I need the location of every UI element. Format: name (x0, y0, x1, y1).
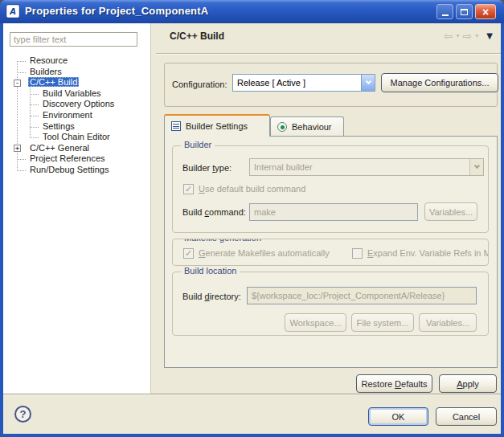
builder-type-value: Internal builder (250, 162, 469, 172)
tree-item-run-debug-settings[interactable]: Run/Debug Settings (3, 165, 151, 176)
build-directory-label: Build directory: (182, 292, 241, 301)
view-menu-icon[interactable]: ▼ (486, 32, 493, 40)
back-dropdown-icon[interactable]: ▾ (457, 33, 460, 39)
builder-settings-panel: Builder Builder type: Internal builder ✓… (164, 136, 498, 368)
tree-item-build-variables[interactable]: Build Variables (3, 88, 151, 100)
makefile-generation-group: Makefile generation ✓ Generate Makefiles… (172, 239, 489, 266)
makefile-generation-legend: Makefile generation (181, 239, 264, 243)
tab-behaviour-label: Behaviour (292, 122, 332, 132)
dialog-body: Resource Builders -C/C++ Build Build Var… (3, 23, 501, 434)
forward-icon[interactable]: ⇨ (463, 31, 473, 42)
chevron-down-icon[interactable] (361, 75, 375, 91)
configuration-selected-value: Release [ Active ] (233, 78, 361, 88)
tree-item-resource[interactable]: Resource (3, 55, 151, 67)
manage-configurations-button[interactable]: Manage Configurations... (381, 73, 498, 92)
workspace-button: Workspace... (285, 313, 346, 332)
tree-item-cpp-general[interactable]: +C/C++ General (3, 143, 151, 154)
builder-type-label: Builder type: (182, 163, 232, 173)
tree-item-cpp-build[interactable]: -C/C++ Build (3, 77, 151, 88)
minimize-button[interactable] (436, 4, 453, 19)
variables-button: Variables... (419, 313, 477, 332)
tree-item-tool-chain-editor[interactable]: Tool Chain Editor (3, 132, 151, 143)
close-icon: × (482, 6, 489, 18)
page-title: C/C++ Build (170, 31, 224, 42)
titlebar[interactable]: A Properties for Project_ComponentA × (0, 0, 504, 23)
variables-button: Variables... (424, 202, 477, 221)
footer-bar: ? OK Cancel (3, 394, 501, 434)
expand-env-refs-label: Expand Env. Variable Refs in M (367, 248, 489, 258)
list-icon (171, 121, 181, 131)
maximize-button[interactable] (456, 4, 473, 19)
configuration-group: Configuration: Release [ Active ] Manage… (164, 63, 498, 107)
cancel-button[interactable]: Cancel (436, 407, 497, 426)
tree-item-environment[interactable]: Environment (3, 110, 151, 121)
ok-button[interactable]: OK (368, 407, 428, 426)
build-command-field: make (249, 203, 418, 221)
use-default-build-command-checkbox: ✓ (183, 184, 194, 194)
radio-target-icon (277, 122, 287, 132)
collapse-icon[interactable]: - (14, 80, 21, 87)
sidebar: Resource Builders -C/C++ Build Build Var… (3, 23, 151, 394)
restore-defaults-button[interactable]: Restore Defaults (356, 374, 432, 393)
generate-makefiles-checkbox: ✓ (183, 248, 194, 259)
tree-item-builders[interactable]: Builders (3, 67, 151, 78)
builder-type-select: Internal builder (249, 158, 484, 176)
build-location-legend: Build location (181, 266, 240, 276)
tab-builder-settings-label: Builder Settings (186, 121, 248, 131)
tab-behaviour[interactable]: Behaviour (270, 116, 344, 137)
build-location-group: Build location Build directory: ${worksp… (172, 272, 489, 336)
properties-tree: Resource Builders -C/C++ Build Build Var… (3, 55, 151, 176)
expand-icon[interactable]: + (14, 145, 21, 152)
header-separator (156, 53, 501, 55)
tree-item-discovery-options[interactable]: Discovery Options (3, 99, 151, 110)
use-default-build-command-label: Use default build command (199, 184, 305, 194)
apply-button[interactable]: Apply (439, 374, 497, 393)
chevron-down-icon (469, 159, 483, 175)
header-toolbar: ⇦ ▾ ⇨ ▾ ▼ (444, 31, 493, 42)
configuration-select[interactable]: Release [ Active ] (232, 74, 375, 92)
eclipse-app-icon: A (6, 5, 19, 18)
build-directory-field: ${workspace_loc:/Project_ComponentA/Rele… (247, 287, 477, 304)
forward-dropdown-icon[interactable]: ▾ (475, 33, 478, 39)
back-icon[interactable]: ⇦ (444, 31, 453, 42)
generate-makefiles-label: Generate Makefiles automatically (199, 248, 330, 258)
tree-item-project-references[interactable]: Project References (3, 153, 151, 165)
tab-builder-settings[interactable]: Builder Settings (164, 114, 270, 137)
maximize-icon (461, 9, 468, 15)
close-button[interactable]: × (475, 4, 496, 19)
expand-env-refs-checkbox (352, 248, 363, 259)
tree-item-settings[interactable]: Settings (3, 121, 151, 133)
builder-group: Builder Builder type: Internal builder ✓… (172, 145, 489, 233)
configuration-label: Configuration: (172, 80, 227, 89)
content-pane: C/C++ Build ⇦ ▾ ⇨ ▾ ▼ Configuration: Rel… (156, 23, 501, 394)
window-title: Properties for Project_ComponentA (25, 5, 208, 17)
properties-dialog: A Properties for Project_ComponentA × Re… (0, 0, 504, 437)
file-system-button: File system... (351, 313, 414, 332)
help-icon[interactable]: ? (14, 406, 31, 423)
minimize-icon (442, 14, 449, 16)
filter-input[interactable] (10, 32, 137, 47)
build-command-label: Build command: (182, 207, 246, 217)
builder-group-legend: Builder (181, 140, 215, 149)
